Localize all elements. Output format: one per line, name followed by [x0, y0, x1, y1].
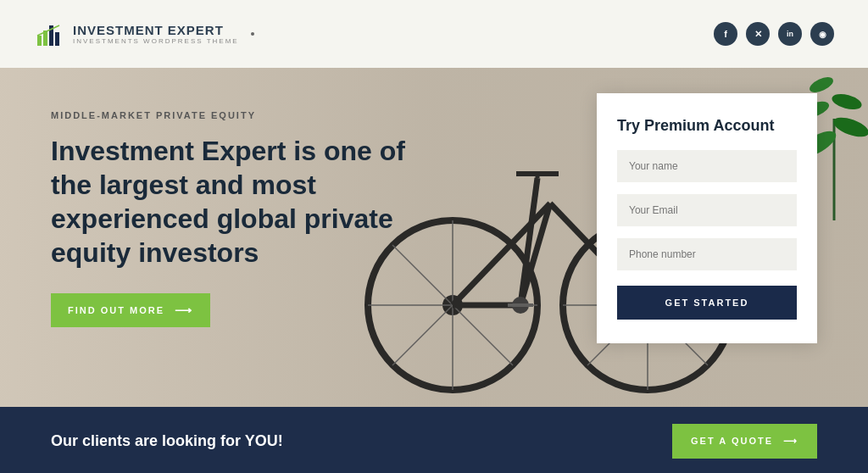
name-input[interactable]: [617, 150, 797, 182]
svg-rect-3: [55, 32, 59, 46]
hero-btn-arrow: ⟶: [175, 303, 193, 317]
get-started-button[interactable]: Get Started: [617, 286, 797, 320]
logo-icon: [34, 19, 64, 49]
svg-point-40: [831, 92, 864, 113]
logo: Investment Expert Investments WordPress …: [34, 19, 254, 49]
svg-point-38: [831, 114, 868, 141]
form-title: Try Premium Account: [617, 117, 797, 135]
hero-content: Middle-Market Private Equity Investment …: [51, 110, 424, 327]
hero-btn-label: Find Out More: [68, 305, 164, 315]
svg-point-41: [807, 74, 835, 95]
logo-title: Investment Expert: [73, 23, 239, 37]
hero-title: Investment Expert is one of the largest …: [51, 134, 424, 270]
linkedin-icon[interactable]: in: [778, 22, 802, 46]
banner-text: Our clients are looking for YOU!: [51, 432, 283, 450]
logo-separator: [251, 32, 254, 36]
svg-rect-0: [37, 36, 42, 46]
find-out-more-button[interactable]: Find Out More ⟶: [51, 293, 210, 327]
get-quote-label: Get a Quote: [691, 436, 773, 446]
hero-label: Middle-Market Private Equity: [51, 110, 424, 120]
get-a-quote-button[interactable]: Get a Quote ⟶: [672, 424, 817, 459]
header: Investment Expert Investments WordPress …: [0, 0, 868, 68]
logo-text: Investment Expert Investments WordPress …: [73, 23, 239, 45]
logo-subtitle: Investments WordPress Theme: [73, 37, 239, 45]
hero-section: Middle-Market Private Equity Investment …: [0, 68, 868, 407]
get-quote-arrow: ⟶: [783, 436, 798, 447]
phone-input[interactable]: [617, 238, 797, 270]
svg-line-16: [453, 305, 513, 365]
clients-banner: Our clients are looking for YOU! Get a Q…: [0, 407, 868, 473]
rss-icon[interactable]: ◉: [810, 22, 834, 46]
twitter-icon[interactable]: ✕: [746, 22, 770, 46]
facebook-icon[interactable]: f: [714, 22, 737, 46]
email-input[interactable]: [617, 194, 797, 226]
premium-form-card: Try Premium Account Get Started: [597, 93, 817, 343]
social-icons: f ✕ in ◉: [714, 22, 834, 46]
